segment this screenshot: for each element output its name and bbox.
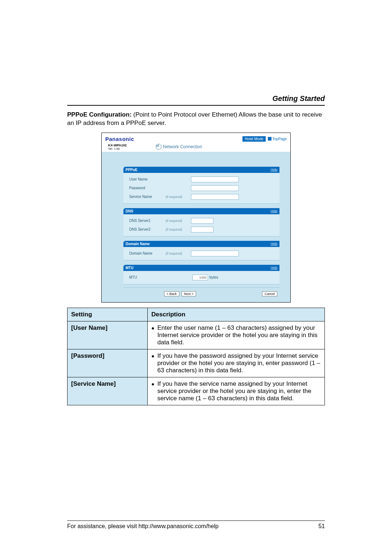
hotel-mode-badge: Hotel Mode [242,136,265,142]
help-link[interactable]: Help [270,168,277,171]
brand-logo: Panasonic [105,136,134,142]
row-mtu: MTU 1492 bytes [123,273,279,282]
intro-lead: PPPoE Configuration: [67,111,132,118]
toppage-link[interactable]: TopPage [268,137,287,141]
section-pppoe-header: PPPoE Help [123,167,279,173]
help-link[interactable]: Help [270,209,277,213]
page-title: Network Connection [156,144,202,150]
config-screenshot: Panasonic Hotel Mode TopPage KX-WPA102 V… [101,133,291,303]
toppage-label: TopPage [273,137,287,141]
page-footer: For assistance, please visit http://www.… [67,520,325,530]
row-password: Password [123,184,279,193]
dns2-input[interactable] [191,227,213,232]
th-description: Description [148,308,325,321]
next-button[interactable]: Next > [181,291,196,296]
help-link[interactable]: Help [270,266,277,270]
section-mtu-header: MTU Help [123,265,279,271]
password-input[interactable] [191,185,239,191]
settings-table: Setting Description [User Name] ●Enter t… [67,308,325,405]
row-dns1: DNS Server1 (if required) [123,216,279,225]
mtu-input[interactable]: 1492 [192,275,208,280]
home-icon [268,137,271,141]
table-row: [Service Name] ●If you have the service … [68,377,325,405]
row-domain: Domain Name (if required) [123,249,279,258]
help-link[interactable]: Help [270,242,277,246]
section-dns-header: DNS Help [123,208,279,214]
intro-paragraph: PPPoE Configuration: (Point to Point Pro… [67,111,325,127]
cancel-button[interactable]: Cancel [262,291,277,296]
service-name-input[interactable] [191,194,239,200]
model-label: KX-WPA102 Ver. 1.00 [108,143,127,150]
domain-input[interactable] [191,251,239,256]
dns1-input[interactable] [191,218,213,224]
section-domain-header: Domain Name Help [123,241,279,247]
th-setting: Setting [68,308,148,321]
footer-assist: For assistance, please visit http://www.… [67,523,219,530]
table-row: [User Name] ●Enter the user name (1 – 63… [68,321,325,349]
table-row: [Password] ●If you have the password ass… [68,349,325,377]
row-service-name: Service Name (if required) [123,193,279,201]
row-dns2: DNS Server2 (if required) [123,225,279,234]
row-user-name: User Name [123,175,279,184]
section-header: Getting Started [67,94,325,106]
globe-icon [156,144,162,150]
user-name-input[interactable] [191,177,239,182]
back-button[interactable]: < Back [164,291,179,296]
page-number: 51 [318,523,325,530]
